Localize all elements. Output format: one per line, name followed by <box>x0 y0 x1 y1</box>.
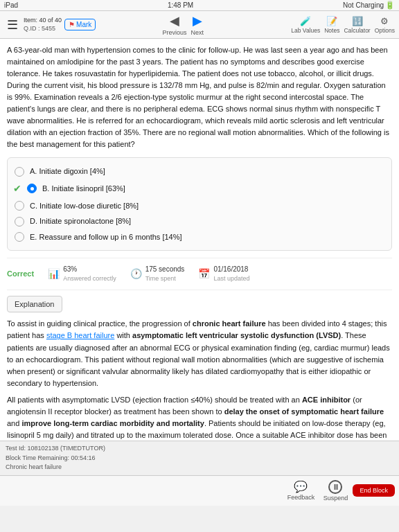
previous-button[interactable]: ◀ Previous <box>162 13 186 36</box>
explanation-p1: To assist in guiding clinical practice, … <box>7 318 392 389</box>
suspend-label: Suspend <box>323 495 348 502</box>
result-bar: Correct 📊 63% Answered correctly 🕐 175 s… <box>7 258 392 290</box>
lab-values-button[interactable]: 🧪 Lab Values <box>291 16 320 34</box>
options-icon: ⚙ <box>380 16 389 26</box>
condition: Chronic heart failure <box>6 463 393 472</box>
status-left: iPad <box>4 1 18 9</box>
question-text: A 63-year-old man with hypertension come… <box>7 44 392 150</box>
question-paragraph: A 63-year-old man with hypertension come… <box>7 44 392 150</box>
result-time: 175 seconds <box>145 264 185 274</box>
nav-arrows: ◀ Previous ▶ Next <box>162 13 204 36</box>
feedback-button[interactable]: 💬 Feedback <box>283 480 318 501</box>
explanation-p2: All patients with asymptomatic LVSD (eje… <box>7 394 392 441</box>
calculator-button[interactable]: 🔢 Calculator <box>344 16 370 34</box>
item-count: Item: 40 of 40 <box>24 17 62 25</box>
charging-status: Not Charging <box>343 1 384 9</box>
result-percentage: 63% <box>63 264 116 274</box>
choice-e-text: E. Reassure and follow up in 6 months [1… <box>30 231 182 243</box>
choice-c[interactable]: C. Initiate low-dose diuretic [8%] <box>15 198 384 214</box>
prev-label: Previous <box>162 29 186 36</box>
choice-a[interactable]: A. Initiate digoxin [4%] <box>15 163 384 179</box>
bottom-info-bar: Test Id: 108102138 (TIMEDTUTOR) Block Ti… <box>0 441 399 475</box>
mark-button[interactable]: ⚑ Mark <box>64 19 96 30</box>
explanation-content: To assist in guiding clinical practice, … <box>7 318 392 441</box>
prev-arrow-icon: ◀ <box>170 13 179 28</box>
choice-d-radio <box>15 217 24 227</box>
choice-d-text: D. Initiate spironolactone [8%] <box>30 215 131 227</box>
mark-label: Mark <box>76 21 91 28</box>
result-percentage-item: 📊 63% Answered correctly <box>48 264 116 284</box>
choice-e-radio <box>15 232 24 242</box>
feedback-icon: 💬 <box>294 480 308 493</box>
menu-button[interactable]: ☰ <box>4 16 21 34</box>
notes-icon: 📝 <box>326 16 337 26</box>
result-date: 01/16/2018 <box>213 264 249 274</box>
suspend-icon: ⏸ <box>328 480 342 494</box>
calculator-icon: 🔢 <box>352 16 363 26</box>
scrollable-content: A 63-year-old man with hypertension come… <box>0 39 399 441</box>
question-id: Q.ID : 5455 <box>24 25 62 33</box>
checkmark-icon: ✔ <box>13 181 21 196</box>
toolbar-left: ☰ Item: 40 of 40 Q.ID : 5455 ⚑ Mark <box>4 16 96 34</box>
suspend-button[interactable]: ⏸ Suspend <box>318 480 353 502</box>
choice-b-radio <box>27 184 37 193</box>
main-content: A 63-year-old man with hypertension come… <box>0 39 399 441</box>
choice-c-text: C. Initiate low-dose diuretic [8%] <box>30 200 139 212</box>
toolbar-center: ◀ Previous ▶ Next <box>98 13 267 36</box>
choice-a-radio <box>15 167 24 177</box>
feedback-label: Feedback <box>287 494 315 501</box>
status-right: Not Charging 🔋 <box>343 1 395 10</box>
lab-values-icon: 🧪 <box>300 16 311 26</box>
result-percentage-group: 63% Answered correctly <box>63 264 116 284</box>
lab-values-label: Lab Values <box>291 27 320 34</box>
status-bar: iPad 1:48 PM Not Charging 🔋 <box>0 0 399 11</box>
battery-icon: 🔋 <box>385 1 395 10</box>
notes-button[interactable]: 📝 Notes <box>324 16 339 34</box>
explanation-tab[interactable]: Explanation <box>7 296 62 313</box>
clock-icon: 🕐 <box>130 267 142 281</box>
flag-icon: ⚑ <box>69 21 75 28</box>
result-correct-item: Correct <box>7 268 34 280</box>
calculator-label: Calculator <box>344 27 370 34</box>
top-toolbar: ☰ Item: 40 of 40 Q.ID : 5455 ⚑ Mark ◀ Pr… <box>0 11 399 39</box>
choice-d[interactable]: D. Initiate spironolactone [8%] <box>15 213 384 229</box>
bar-chart-icon: 📊 <box>48 267 60 281</box>
answer-choices: A. Initiate digoxin [4%] ✔ B. Initiate l… <box>7 157 392 251</box>
toolbar-right: 🧪 Lab Values 📝 Notes 🔢 Calculator ⚙ Opti… <box>270 16 395 34</box>
result-status: Correct <box>7 268 34 280</box>
status-time: 1:48 PM <box>168 1 193 9</box>
result-date-item: 📅 01/16/2018 Last updated <box>198 264 249 284</box>
next-label: Next <box>190 29 204 36</box>
result-time-label: Time spent <box>145 274 185 284</box>
result-date-group: 01/16/2018 Last updated <box>213 264 249 284</box>
choice-a-text: A. Initiate digoxin [4%] <box>30 166 105 177</box>
result-date-label: Last updated <box>213 274 249 284</box>
device-label: iPad <box>4 1 18 9</box>
options-label: Options <box>375 27 395 34</box>
choice-b-text: B. Initiate lisinopril [63%] <box>42 183 125 195</box>
next-arrow-icon: ▶ <box>193 13 202 28</box>
notes-label: Notes <box>324 27 339 34</box>
stage-b-link[interactable]: stage B heart failure <box>46 331 114 339</box>
calendar-icon: 📅 <box>198 267 210 281</box>
end-block-label: End Block <box>360 487 388 494</box>
bottom-action-bar: 💬 Feedback ⏸ Suspend End Block <box>0 475 399 506</box>
item-info: Item: 40 of 40 Q.ID : 5455 <box>24 17 62 33</box>
choice-c-radio <box>15 201 24 211</box>
end-block-button[interactable]: End Block <box>353 484 395 497</box>
result-time-group: 175 seconds Time spent <box>145 264 185 284</box>
options-button[interactable]: ⚙ Options <box>375 16 395 34</box>
test-id: Test Id: 108102138 (TIMEDTUTOR) <box>6 444 393 454</box>
choice-e[interactable]: E. Reassure and follow up in 6 months [1… <box>15 229 384 245</box>
next-button[interactable]: ▶ Next <box>190 13 204 36</box>
result-percentage-label: Answered correctly <box>63 274 116 284</box>
choice-b[interactable]: ✔ B. Initiate lisinopril [63%] <box>15 179 384 198</box>
block-time: Block Time Remaining: 00:54:16 <box>6 454 393 463</box>
result-time-item: 🕐 175 seconds Time spent <box>130 264 185 284</box>
